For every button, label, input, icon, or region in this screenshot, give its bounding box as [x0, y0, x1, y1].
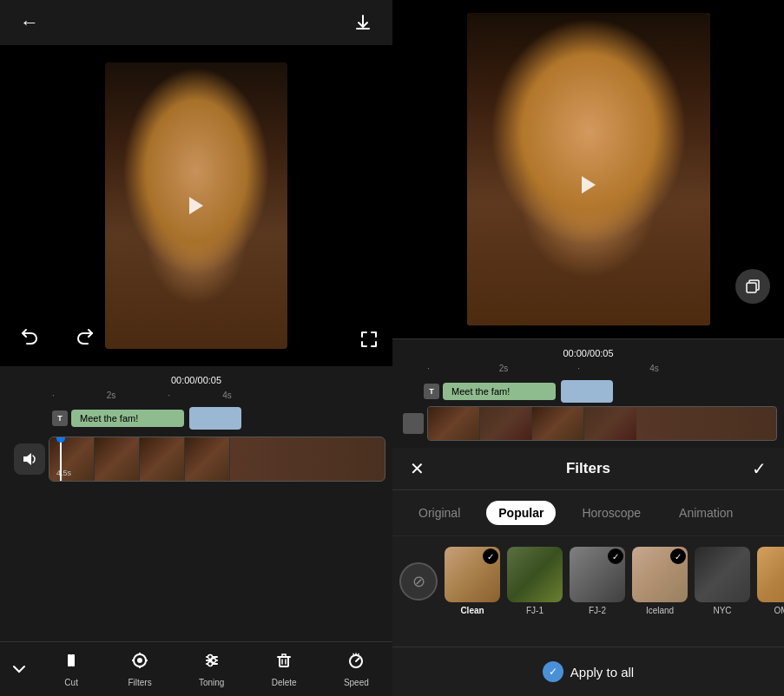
text-badge-right: T	[424, 384, 439, 399]
filter-check-iceland: ✓	[670, 548, 686, 564]
filter-item-nyc[interactable]: NYC	[695, 547, 750, 615]
filmstrip-frame	[140, 437, 185, 482]
timeline-ruler-right: · 2s · 4s	[392, 362, 784, 377]
audio-button[interactable]	[14, 443, 45, 475]
svg-marker-0	[23, 453, 31, 465]
filter-item-clean[interactable]: ✓ Clean	[445, 547, 500, 615]
filter-none-button[interactable]: ⊘	[399, 562, 438, 601]
video-preview-left	[0, 45, 392, 366]
undo-redo-bar	[14, 321, 101, 352]
copy-frame-button[interactable]	[735, 269, 770, 304]
filter-list: ⊘ ✓ Clean FJ-1 ✓	[392, 536, 784, 626]
filters-close-button[interactable]: ✕	[410, 458, 425, 479]
toolbar-items: Cut Filters	[38, 651, 392, 687]
filter-item-iceland[interactable]: ✓ Iceland	[632, 547, 688, 615]
filter-label-om2: OM-2	[774, 606, 785, 615]
filter-label-fj1: FJ-1	[526, 606, 544, 615]
filter-thumb-fj2: ✓	[570, 547, 625, 602]
left-panel: ←	[0, 0, 392, 696]
timeline-time-right: 00:00/00:05	[392, 346, 784, 362]
filter-item-fj1[interactable]: FJ-1	[507, 547, 563, 615]
download-button[interactable]	[347, 7, 379, 38]
svg-point-4	[137, 658, 142, 663]
play-button-right[interactable]	[582, 176, 596, 194]
speed-button[interactable]: Speed	[344, 651, 369, 687]
apply-all-bar: ✓ Apply to all	[392, 647, 784, 696]
filter-thumb-iceland: ✓	[632, 547, 688, 602]
video-track-left: 4.5s	[14, 437, 385, 482]
play-button-left[interactable]	[189, 197, 203, 214]
video-thumbnail-left	[105, 62, 287, 349]
text-clip-ext-right	[561, 380, 613, 403]
fullscreen-button[interactable]	[359, 330, 379, 352]
svg-rect-20	[747, 283, 756, 292]
filter-check-clean: ✓	[483, 548, 498, 564]
svg-rect-1	[68, 654, 71, 666]
filter-thumb-nyc	[695, 547, 750, 602]
video-filmstrip-left[interactable]: 4.5s	[49, 437, 385, 482]
video-track-right	[399, 406, 777, 441]
timeline-tracks-left: T Meet the fam! 4.5s	[0, 404, 392, 508]
filters-title: Filters	[566, 460, 610, 477]
text-track-right: T Meet the fam!	[424, 380, 777, 403]
text-track-left: T Meet the fam!	[52, 407, 385, 430]
text-clip-right[interactable]: Meet the fam!	[443, 383, 556, 400]
svg-rect-2	[71, 654, 75, 666]
video-preview-right	[392, 0, 784, 338]
filmstrip-frame	[95, 437, 140, 482]
undo-button[interactable]	[14, 321, 45, 352]
track-handle	[403, 413, 424, 434]
delete-button[interactable]: Delete	[272, 651, 297, 687]
right-panel: 00:00/00:05 · 2s · 4s T Meet the fam!	[392, 0, 784, 696]
toning-button[interactable]: Toning	[199, 651, 224, 687]
text-clip-left[interactable]: Meet the fam!	[71, 410, 184, 427]
cut-button[interactable]: Cut	[62, 651, 81, 687]
video-thumbnail-right	[467, 13, 710, 325]
timeline-ruler-left: · 2s · 4s	[0, 389, 392, 404]
playhead	[60, 437, 62, 481]
left-top-bar: ←	[0, 0, 392, 45]
text-clip-extension	[189, 407, 241, 430]
svg-rect-15	[280, 657, 288, 666]
tab-popular[interactable]: Popular	[486, 501, 556, 525]
tab-horoscope[interactable]: Horoscope	[570, 501, 653, 525]
filter-thumb-fj1	[507, 547, 563, 602]
filters-button[interactable]: Filters	[128, 651, 151, 687]
filter-thumb-om2	[757, 547, 784, 602]
svg-line-19	[356, 659, 359, 662]
filter-label-nyc: NYC	[713, 606, 731, 615]
filters-panel: ✕ Filters ✓ Original Popular Horoscope A…	[392, 448, 784, 696]
back-button[interactable]: ←	[14, 7, 45, 38]
timeline-right: 00:00/00:05 · 2s · 4s T Meet the fam!	[392, 338, 784, 448]
filmstrip-label: 4.5s	[56, 469, 71, 477]
video-filmstrip-right[interactable]	[427, 406, 777, 441]
filter-item-fj2[interactable]: ✓ FJ-2	[570, 547, 625, 615]
svg-point-14	[208, 662, 212, 666]
timeline-tracks-right: T Meet the fam!	[392, 377, 784, 444]
filter-tabs: Original Popular Horoscope Animation	[392, 490, 784, 536]
bottom-toolbar: Cut Filters	[0, 641, 392, 696]
filter-label-fj2: FJ-2	[589, 606, 606, 615]
filters-confirm-button[interactable]: ✓	[752, 458, 767, 479]
text-badge: T	[52, 410, 68, 426]
timeline-time-left: 00:00/00:05	[0, 373, 392, 389]
apply-all-label: Apply to all	[570, 665, 634, 680]
filters-header: ✕ Filters ✓	[392, 448, 784, 490]
tab-animation[interactable]: Animation	[667, 501, 745, 525]
timeline-left: 00:00/00:05 · 2s · 4s T Meet the fam!	[0, 366, 392, 515]
filter-thumb-clean: ✓	[445, 547, 500, 602]
filter-label-iceland: Iceland	[646, 606, 674, 615]
filter-label-clean: Clean	[460, 606, 484, 615]
filmstrip-frame	[185, 437, 230, 482]
filter-item-om2[interactable]: OM-2	[757, 547, 784, 615]
filter-check-fj2: ✓	[608, 548, 623, 564]
chevron-button[interactable]	[0, 660, 38, 678]
apply-check-icon: ✓	[543, 661, 563, 682]
apply-all-button[interactable]: ✓ Apply to all	[543, 661, 634, 682]
tab-original[interactable]: Original	[406, 501, 472, 525]
redo-button[interactable]	[69, 321, 101, 352]
